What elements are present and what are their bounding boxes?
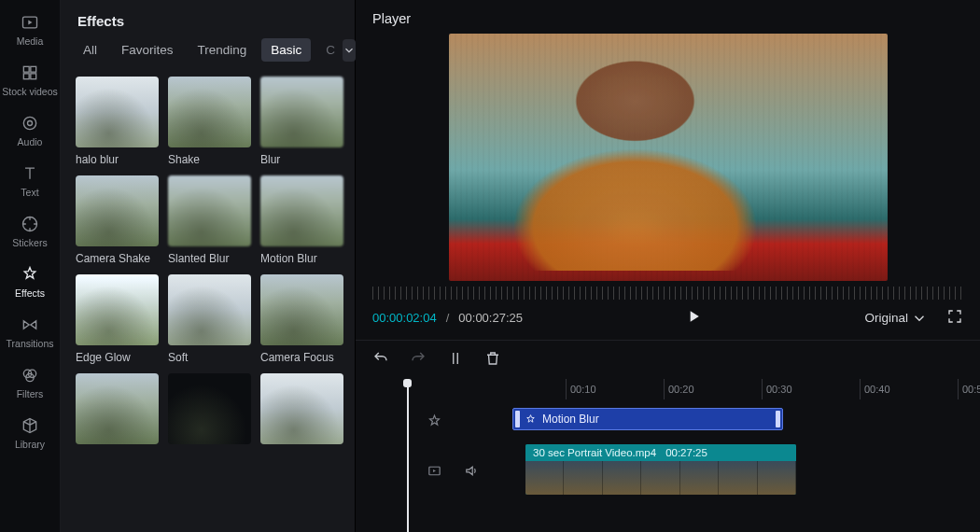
nav-effects[interactable]: Effects: [15, 265, 45, 299]
effects-icon: [525, 413, 537, 426]
effect-thumb[interactable]: Shake: [168, 77, 251, 166]
effect-thumb-label: Edge Glow: [76, 351, 159, 364]
panel-title: Effects: [61, 0, 355, 38]
tab-favorites[interactable]: Favorites: [112, 38, 183, 62]
effect-thumb[interactable]: Edge Glow: [76, 274, 159, 364]
speaker-icon: [464, 463, 480, 479]
nav-stock-videos[interactable]: Stock videos: [2, 63, 58, 97]
svg-point-5: [23, 117, 35, 129]
nav-filters[interactable]: Filters: [17, 366, 44, 399]
svg-rect-3: [23, 74, 29, 79]
effect-thumb-label: Camera Focus: [260, 351, 343, 364]
fullscreen-button[interactable]: [946, 308, 963, 328]
timeline-tick: 00:10: [566, 379, 567, 399]
fx-clip-area[interactable]: Motion Blur: [483, 405, 980, 437]
time-duration: 00:00:27:25: [458, 311, 523, 325]
timeline[interactable]: 00:1000:2000:3000:4000:50 Motion Blur: [356, 379, 980, 532]
video-track-icon[interactable]: [421, 463, 447, 479]
tab-overflow[interactable]: Ch: [316, 38, 335, 62]
nav-label: Effects: [15, 287, 45, 299]
timeline-scale[interactable]: 00:1000:2000:3000:4000:50: [468, 379, 980, 399]
video-track-row: 30 sec Portrait Video.mp4 00:27:25: [421, 444, 980, 497]
effect-thumb-image: [168, 373, 251, 444]
tabs-more-dropdown[interactable]: [343, 39, 356, 62]
effect-thumb[interactable]: Blur: [260, 77, 343, 166]
split-button[interactable]: [447, 350, 464, 370]
mute-button[interactable]: [458, 463, 484, 479]
effect-thumb[interactable]: Motion Blur: [260, 175, 343, 265]
tab-trending[interactable]: Trending: [189, 38, 257, 62]
timeline-toolbar: [356, 340, 980, 379]
trash-icon: [484, 350, 501, 367]
player-controls: 00:00:02:04 / 00:00:27:25 Original: [356, 300, 980, 340]
nav-transitions[interactable]: Transitions: [7, 315, 54, 349]
fx-clip-label: Motion Blur: [542, 413, 599, 426]
svg-rect-2: [31, 66, 36, 72]
video-clip[interactable]: 30 sec Portrait Video.mp4 00:27:25: [525, 444, 796, 495]
video-clip-name: 30 sec Portrait Video.mp4: [533, 447, 656, 458]
player-size-dropdown[interactable]: Original: [864, 310, 928, 327]
delete-button[interactable]: [484, 350, 501, 370]
tab-basic[interactable]: Basic: [261, 38, 311, 62]
effect-thumb-image: [260, 77, 343, 147]
nav-text[interactable]: Text: [21, 164, 39, 198]
nav-audio[interactable]: Audio: [18, 114, 43, 147]
timeline-tracks: Motion Blur 30 sec Portrait Video.mp4 00…: [421, 405, 980, 497]
timeline-tick-label: 00:10: [570, 384, 596, 395]
nav-label: Media: [17, 35, 44, 47]
player-scrub-ruler[interactable]: [372, 287, 963, 300]
effect-thumb-image: [76, 175, 159, 246]
effects-tabs: All Favorites Trending Basic Ch: [61, 38, 355, 73]
fx-track-icon[interactable]: [421, 413, 447, 429]
undo-icon: [372, 350, 389, 367]
effect-thumb[interactable]: halo blur: [76, 77, 159, 166]
player-body: [356, 34, 980, 281]
redo-button[interactable]: [410, 350, 427, 370]
fullscreen-icon: [946, 308, 963, 325]
effect-thumb-label: Camera Shake: [76, 252, 159, 265]
filters-icon: [21, 366, 39, 385]
effects-grid[interactable]: halo blurShakeBlurCamera ShakeSlanted Bl…: [61, 73, 355, 532]
video-clip-area[interactable]: 30 sec Portrait Video.mp4 00:27:25: [496, 444, 980, 497]
nav-stickers[interactable]: Stickers: [12, 215, 47, 248]
timeline-tick: 00:40: [860, 379, 861, 399]
effect-thumb[interactable]: Camera Focus: [260, 274, 343, 364]
fx-clip[interactable]: Motion Blur: [512, 408, 783, 430]
undo-button[interactable]: [372, 350, 389, 370]
main-area: Player 00:00:02:04 / 00:00:27:25 Origina…: [356, 0, 980, 532]
preview-video[interactable]: [449, 34, 888, 281]
timeline-tick: 00:50: [958, 379, 959, 399]
effect-thumb-label: Motion Blur: [260, 252, 343, 265]
effects-icon: [427, 413, 442, 429]
chevron-down-icon: [911, 310, 928, 327]
effect-thumb-image: [168, 274, 251, 345]
nav-media[interactable]: Media: [17, 13, 44, 47]
video-track-icon: [427, 463, 442, 479]
chevron-down-icon: [343, 44, 356, 57]
timeline-tick-label: 00:30: [766, 384, 792, 395]
video-clip-thumbs: [525, 461, 796, 495]
video-clip-duration: 00:27:25: [665, 447, 707, 458]
play-button[interactable]: [684, 307, 703, 329]
effect-thumb-image: [76, 77, 159, 147]
effects-panel: Effects All Favorites Trending Basic Ch …: [61, 0, 356, 532]
library-icon: [21, 416, 39, 435]
nav-label: Library: [15, 439, 45, 450]
nav-library[interactable]: Library: [15, 416, 45, 450]
svg-rect-1: [23, 66, 29, 72]
effect-thumb[interactable]: [260, 373, 343, 444]
effect-thumb[interactable]: Soft: [168, 274, 251, 364]
tab-all[interactable]: All: [74, 38, 106, 62]
effect-thumb[interactable]: [168, 373, 251, 444]
effect-thumb-label: Blur: [260, 153, 343, 166]
effect-thumb-image: [260, 274, 343, 345]
effect-thumb[interactable]: Camera Shake: [76, 175, 159, 265]
sticker-icon: [21, 215, 39, 233]
nav-label: Stickers: [12, 237, 47, 248]
nav-label: Stock videos: [2, 86, 58, 97]
effect-thumb[interactable]: [76, 373, 159, 444]
timeline-tick-label: 00:20: [668, 384, 694, 395]
effect-thumb[interactable]: Slanted Blur: [168, 175, 251, 265]
timeline-tick-label: 00:50: [962, 384, 980, 395]
effect-thumb-image: [76, 373, 159, 444]
